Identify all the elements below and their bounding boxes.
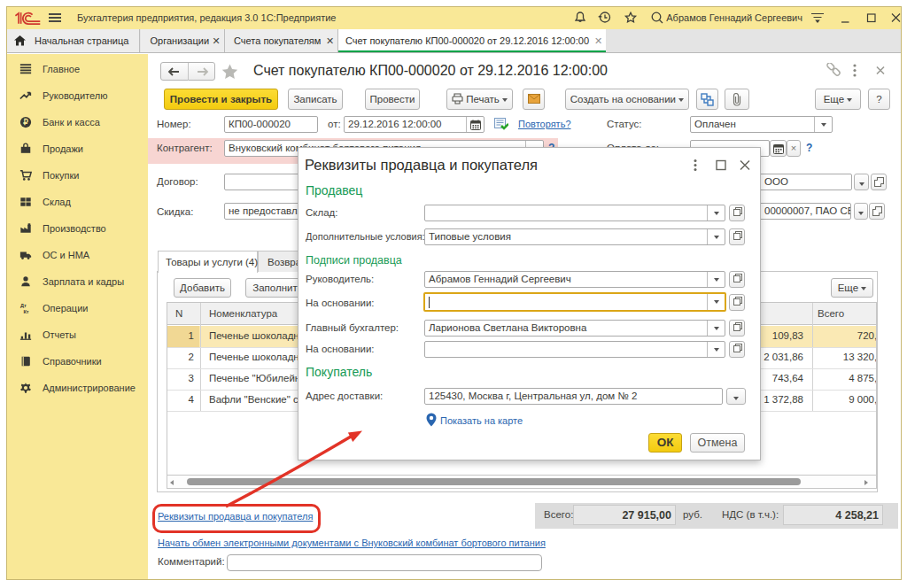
svg-text:₽: ₽ bbox=[23, 118, 28, 127]
svg-text:Абрамов Геннадий Сергеевич: Абрамов Геннадий Сергеевич bbox=[666, 12, 802, 23]
svg-text:Кт: Кт bbox=[23, 309, 28, 314]
svg-text:Дт: Дт bbox=[20, 303, 27, 308]
